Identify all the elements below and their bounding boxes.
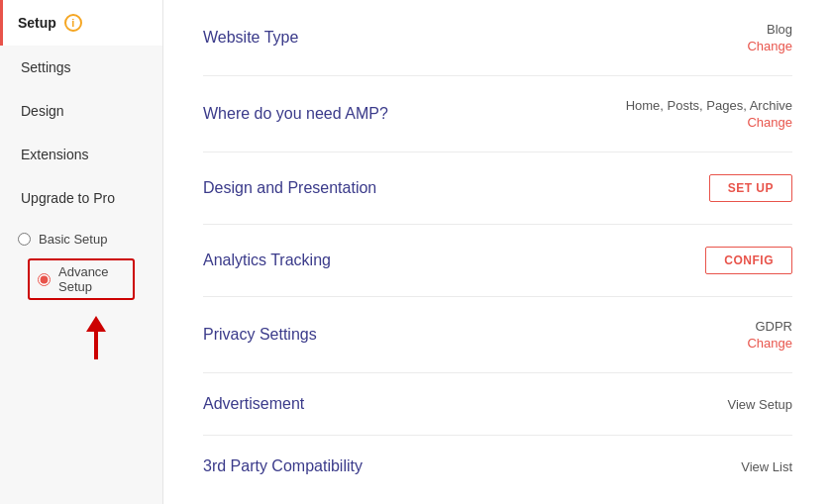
analytics-tracking-title: Analytics Tracking xyxy=(203,252,331,269)
sidebar-item-design[interactable]: Design xyxy=(0,89,162,133)
website-type-right: Blog Change xyxy=(747,22,792,53)
advertisement-link[interactable]: View Setup xyxy=(727,397,792,412)
row-analytics-tracking: Analytics Tracking CONFIG xyxy=(203,225,792,297)
sidebar-item-settings[interactable]: Settings xyxy=(0,46,162,89)
website-type-value: Blog xyxy=(767,22,792,37)
sidebar-item-setup[interactable]: Setup i xyxy=(0,0,162,46)
advertisement-right: View Setup xyxy=(727,397,792,412)
main-content: Website Type Blog Change Where do you ne… xyxy=(163,0,832,504)
privacy-settings-value: GDPR xyxy=(755,319,792,334)
sidebar-item-extensions[interactable]: Extensions xyxy=(0,133,162,176)
annotation-arrow xyxy=(0,310,162,359)
sidebar-radio-group: Basic Setup Advance Setup xyxy=(0,224,162,310)
sidebar-label-upgrade: Upgrade to Pro xyxy=(21,190,115,206)
radio-basic-label: Basic Setup xyxy=(39,232,107,247)
arrow-line xyxy=(94,332,98,359)
website-type-title: Website Type xyxy=(203,29,298,47)
info-icon: i xyxy=(64,14,82,32)
row-advertisement: Advertisement View Setup xyxy=(203,373,792,436)
amp-where-value: Home, Posts, Pages, Archive xyxy=(626,98,792,113)
sidebar-label-design: Design xyxy=(21,103,64,119)
3rd-party-right: View List xyxy=(741,459,792,474)
sidebar: Setup i Settings Design Extensions Upgra… xyxy=(0,0,163,504)
website-type-change[interactable]: Change xyxy=(747,39,792,53)
sidebar-label-extensions: Extensions xyxy=(21,147,88,162)
advertisement-title: Advertisement xyxy=(203,395,304,413)
3rd-party-link[interactable]: View List xyxy=(741,459,792,474)
config-button[interactable]: CONFIG xyxy=(705,247,792,274)
analytics-tracking-right: CONFIG xyxy=(705,247,792,274)
privacy-settings-right: GDPR Change xyxy=(747,319,792,351)
row-privacy-settings: Privacy Settings GDPR Change xyxy=(203,297,792,373)
arrow-head xyxy=(86,316,106,332)
radio-basic-input[interactable] xyxy=(18,233,31,246)
row-website-type: Website Type Blog Change xyxy=(203,0,792,76)
row-3rd-party: 3rd Party Compatibility View List xyxy=(203,436,792,497)
3rd-party-title: 3rd Party Compatibility xyxy=(203,457,363,475)
radio-advance-setup[interactable]: Advance Setup xyxy=(38,264,125,294)
radio-basic-setup[interactable]: Basic Setup xyxy=(18,232,145,247)
setup-button[interactable]: SET UP xyxy=(709,174,792,202)
amp-where-title: Where do you need AMP? xyxy=(203,105,388,123)
radio-advance-label: Advance Setup xyxy=(58,264,125,294)
sidebar-label-setup: Setup xyxy=(18,15,56,31)
sidebar-item-upgrade[interactable]: Upgrade to Pro xyxy=(0,176,162,220)
amp-where-right: Home, Posts, Pages, Archive Change xyxy=(626,98,792,130)
row-amp-where: Where do you need AMP? Home, Posts, Page… xyxy=(203,76,792,152)
privacy-settings-title: Privacy Settings xyxy=(203,326,317,344)
sidebar-label-settings: Settings xyxy=(21,59,71,75)
row-design-presentation: Design and Presentation SET UP xyxy=(203,152,792,225)
advance-setup-highlight: Advance Setup xyxy=(28,258,135,300)
radio-advance-input[interactable] xyxy=(38,273,51,286)
design-presentation-right: SET UP xyxy=(709,174,792,202)
privacy-settings-change[interactable]: Change xyxy=(747,336,792,351)
design-presentation-title: Design and Presentation xyxy=(203,179,376,197)
amp-where-change[interactable]: Change xyxy=(747,115,792,130)
